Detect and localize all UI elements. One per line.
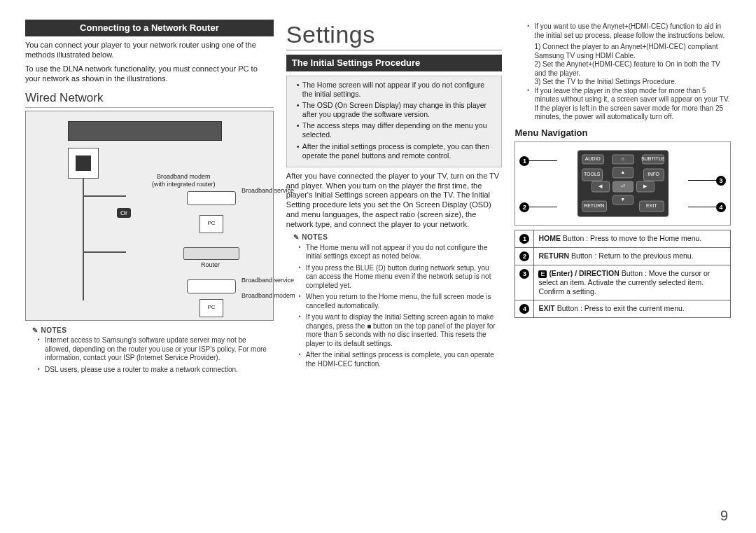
row-num: 1 bbox=[515, 230, 534, 247]
notes-heading-left: NOTES bbox=[32, 326, 274, 335]
note-item: The Home menu will not appear if you do … bbox=[299, 244, 503, 261]
column-left: Connecting to a Network Router You can c… bbox=[25, 20, 274, 377]
notice-item: After the initial settings process is co… bbox=[297, 142, 495, 160]
notes-list-left: Internet access to Samsung's software up… bbox=[25, 336, 274, 374]
callout-line bbox=[529, 160, 557, 161]
notes-list-mid: The Home menu will not appear if you do … bbox=[286, 244, 503, 369]
label-broadband-service-1: Broadband service bbox=[241, 187, 294, 195]
callout-line bbox=[688, 207, 716, 207]
anynet-notes: If you want to use the Anynet+(HDMI-CEC)… bbox=[514, 22, 731, 40]
callout-line bbox=[688, 180, 716, 181]
notice-item: The Home screen will not appear if you d… bbox=[297, 81, 495, 99]
label-bm-router: Broadband modem (with integrated router) bbox=[152, 173, 216, 189]
notice-item: The access steps may differ depending on… bbox=[297, 121, 495, 139]
settings-title: Settings bbox=[286, 20, 503, 50]
table-row: 4 EXIT Button : Press to exit the curren… bbox=[515, 300, 731, 318]
page-content: Connecting to a Network Router You can c… bbox=[25, 20, 731, 377]
callout-1: 1 bbox=[519, 156, 529, 166]
row-desc: EXIT Button : Press to exit the current … bbox=[534, 300, 731, 318]
notice-item: The OSD (On Screen Display) may change i… bbox=[297, 101, 495, 119]
note-item: If you leave the player in the stop mode… bbox=[527, 87, 731, 122]
cable-stub bbox=[84, 195, 126, 197]
column-right: If you want to use the Anynet+(HDMI-CEC)… bbox=[514, 20, 731, 377]
cable-line bbox=[83, 179, 84, 300]
subtitle-btn-icon: SUBTITLE bbox=[642, 154, 664, 164]
callout-2: 2 bbox=[519, 202, 529, 212]
cable-stub bbox=[84, 251, 126, 253]
table-row: 2 RETURN Button : Return to the previous… bbox=[515, 247, 731, 265]
audio-btn-icon: AUDIO bbox=[582, 154, 604, 164]
or-badge: Or bbox=[117, 209, 131, 217]
up-arrow-icon: ▲ bbox=[612, 167, 634, 178]
row-num: 3 bbox=[515, 265, 534, 300]
initial-settings-body: After you have connected the player to y… bbox=[286, 172, 503, 230]
wired-network-heading: Wired Network bbox=[25, 90, 274, 107]
step-1: 1) Connect the player to an Anynet+(HDMI… bbox=[534, 43, 731, 60]
row-num: 2 bbox=[515, 247, 534, 265]
note-item: After the initial settings process is co… bbox=[299, 351, 503, 368]
note-item: DSL users, please use a router to make a… bbox=[38, 366, 274, 375]
note-item: If you want to display the Initial Setti… bbox=[299, 313, 503, 348]
player-illustration bbox=[68, 121, 222, 141]
intro-1: You can connect your player to your netw… bbox=[25, 41, 274, 60]
pc-top-icon: PC bbox=[200, 215, 223, 233]
tools-btn-icon: TOOLS bbox=[582, 168, 603, 181]
menu-navigation-heading: Menu Navigation bbox=[514, 127, 731, 139]
info-btn-icon: INFO bbox=[643, 168, 664, 181]
intro-2: To use the DLNA network functionality, y… bbox=[25, 64, 274, 84]
step-3: 3) Set the TV to the Initial Settings Pr… bbox=[534, 78, 731, 87]
row-desc: RETURN Button : Return to the previous m… bbox=[534, 247, 731, 265]
remote-diagram: AUDIO ⌂ SUBTITLE TOOLS INFO ▲ ◀ ⏎ ▶ ▼ RE… bbox=[514, 141, 731, 226]
broadband-modem-router-icon bbox=[187, 191, 236, 205]
note-item: If you press the BLUE (D) button during … bbox=[299, 264, 503, 291]
menu-navigation-table: 1 HOME HOME Button : Press to move to th… bbox=[514, 230, 731, 319]
pc-bottom-icon: PC bbox=[200, 299, 223, 317]
step-2: 2) Set the Anynet+(HDMI-CEC) feature to … bbox=[534, 60, 731, 78]
table-row: 3 E (Enter) / DIRECTION Button : Move th… bbox=[515, 265, 731, 300]
label-broadband-service-2: Broadband service bbox=[241, 277, 294, 284]
enter-btn-icon: ⏎ bbox=[612, 181, 634, 192]
note-item: When you return to the Home menu, the fu… bbox=[299, 293, 503, 310]
page-number: 9 bbox=[720, 507, 728, 525]
network-diagram: Broadband modem (with integrated router)… bbox=[25, 111, 274, 321]
row-num: 4 bbox=[515, 300, 534, 318]
home-btn-icon: ⌂ bbox=[612, 154, 634, 164]
label-broadband-modem: Broadband modem bbox=[241, 292, 295, 300]
note-item: If you want to use the Anynet+(HDMI-CEC)… bbox=[527, 22, 731, 40]
down-arrow-icon: ▼ bbox=[612, 195, 634, 205]
ethernet-port-icon bbox=[68, 148, 99, 179]
section-bar-initial: The Initial Settings Procedure bbox=[286, 55, 503, 71]
right-arrow-icon: ▶ bbox=[636, 181, 654, 192]
row-desc: HOME HOME Button : Press to move to the … bbox=[534, 230, 731, 247]
screensaver-note: If you leave the player in the stop mode… bbox=[514, 87, 731, 122]
anynet-steps: 1) Connect the player to an Anynet+(HDMI… bbox=[514, 43, 731, 87]
left-arrow-icon: ◀ bbox=[592, 181, 610, 192]
notes-heading-mid: NOTES bbox=[293, 233, 503, 242]
note-item: Internet access to Samsung's software up… bbox=[38, 336, 274, 363]
table-row: 1 HOME HOME Button : Press to move to th… bbox=[515, 230, 731, 247]
callout-3: 3 bbox=[716, 176, 726, 186]
row-desc: E (Enter) / DIRECTION Button : Move the … bbox=[534, 265, 731, 300]
section-bar-connecting: Connecting to a Network Router bbox=[25, 20, 274, 36]
return-btn-icon: RETURN bbox=[582, 200, 607, 212]
exit-btn-icon: EXIT bbox=[639, 200, 664, 212]
router-icon bbox=[183, 247, 239, 260]
remote-pad: AUDIO ⌂ SUBTITLE TOOLS INFO ▲ ◀ ⏎ ▶ ▼ RE… bbox=[578, 150, 668, 216]
broadband-modem-icon bbox=[187, 279, 236, 293]
callout-4: 4 bbox=[716, 202, 726, 212]
label-router: Router bbox=[201, 261, 220, 269]
column-middle: Settings The Initial Settings Procedure … bbox=[286, 20, 503, 377]
callout-line bbox=[529, 207, 557, 207]
initial-settings-notice: The Home screen will not appear if you d… bbox=[286, 76, 503, 167]
